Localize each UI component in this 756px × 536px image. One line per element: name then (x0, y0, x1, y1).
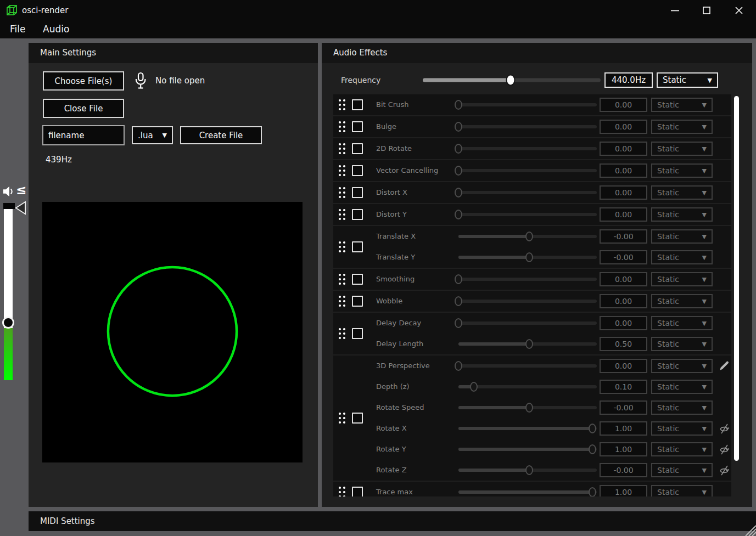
effect-value-box[interactable]: 0.00 (600, 185, 647, 200)
effect-value-box[interactable]: -0.00 (600, 229, 647, 244)
effect-slider[interactable] (458, 116, 597, 137)
drag-handle-icon[interactable] (337, 186, 347, 199)
effect-slider-thumb[interactable] (455, 210, 462, 219)
effect-slider-thumb[interactable] (525, 339, 533, 349)
effect-slider-thumb[interactable] (455, 122, 462, 132)
effect-slider-thumb[interactable] (455, 296, 462, 306)
effect-value-box[interactable]: 0.50 (600, 337, 647, 351)
effect-slider-thumb[interactable] (455, 361, 462, 371)
maximize-button[interactable] (693, 0, 720, 21)
drag-handle-icon[interactable] (337, 273, 347, 286)
effect-slider[interactable] (458, 247, 597, 268)
effect-anim-dropdown[interactable]: Static ▼ (651, 142, 713, 156)
effect-value-box[interactable]: 0.00 (600, 272, 647, 286)
drag-handle-icon[interactable] (337, 164, 347, 177)
effect-slider[interactable] (458, 418, 597, 439)
effect-value-box[interactable]: 1.00 (600, 421, 647, 436)
effect-anim-dropdown[interactable]: Static ▼ (651, 316, 713, 330)
effect-slider[interactable] (458, 376, 597, 397)
drag-handle-icon[interactable] (337, 142, 347, 155)
effect-slider-thumb[interactable] (455, 144, 462, 154)
effect-slider[interactable] (458, 204, 597, 225)
effect-value-box[interactable]: -0.00 (600, 463, 647, 477)
effect-slider[interactable] (458, 356, 597, 376)
effect-checkbox[interactable] (352, 143, 363, 154)
effect-value-box[interactable]: 0.00 (600, 207, 647, 222)
effect-slider[interactable] (458, 291, 597, 312)
effect-anim-dropdown[interactable]: Static ▼ (651, 380, 713, 394)
effect-slider[interactable] (458, 397, 597, 418)
effect-slider-thumb[interactable] (455, 318, 462, 328)
effect-checkbox[interactable] (352, 121, 363, 132)
effect-slider[interactable] (458, 138, 597, 159)
effect-checkbox[interactable] (352, 241, 363, 252)
effect-anim-dropdown[interactable]: Static ▼ (651, 442, 713, 456)
volume-slider[interactable] (4, 209, 13, 380)
effect-slider[interactable] (458, 182, 597, 203)
effect-checkbox[interactable] (352, 487, 363, 496)
frequency-slider[interactable] (423, 70, 601, 90)
effect-value-box[interactable]: 1.00 (600, 485, 647, 496)
effect-slider[interactable] (458, 334, 597, 354)
effect-slider-thumb[interactable] (525, 252, 533, 262)
effect-slider[interactable] (458, 94, 597, 115)
effect-checkbox[interactable] (352, 165, 363, 176)
effect-checkbox[interactable] (352, 413, 363, 424)
rotate-axis-icon[interactable] (718, 422, 730, 435)
effect-anim-dropdown[interactable]: Static ▼ (651, 294, 713, 308)
effects-scrollbar[interactable] (734, 96, 739, 461)
effect-checkbox[interactable] (352, 328, 363, 339)
frequency-slider-thumb[interactable] (506, 75, 516, 86)
drag-handle-icon[interactable] (337, 295, 347, 308)
effect-checkbox[interactable] (352, 187, 363, 198)
effect-value-box[interactable]: 0.00 (600, 142, 647, 156)
resize-grip[interactable] (741, 521, 756, 536)
effect-slider[interactable] (458, 439, 597, 460)
effect-slider-thumb[interactable] (525, 232, 533, 241)
drag-handle-icon[interactable] (337, 240, 347, 253)
effect-anim-dropdown[interactable]: Static ▼ (651, 207, 713, 222)
effect-anim-dropdown[interactable]: Static ▼ (651, 163, 713, 178)
drag-handle-icon[interactable] (337, 120, 347, 133)
effect-value-box[interactable]: -0.00 (600, 250, 647, 264)
effect-anim-dropdown[interactable]: Static ▼ (651, 98, 713, 112)
effect-anim-dropdown[interactable]: Static ▼ (651, 250, 713, 264)
effect-slider-thumb[interactable] (455, 188, 462, 198)
create-file-button[interactable]: Create File (180, 126, 262, 144)
effect-anim-dropdown[interactable]: Static ▼ (651, 185, 713, 200)
effect-checkbox[interactable] (352, 99, 363, 110)
frequency-anim-dropdown[interactable]: Static ▼ (657, 72, 718, 88)
drag-handle-icon[interactable] (337, 327, 347, 340)
effect-slider-thumb[interactable] (455, 274, 462, 284)
drag-handle-icon[interactable] (337, 411, 347, 425)
effect-anim-dropdown[interactable]: Static ▼ (651, 400, 713, 415)
effect-checkbox[interactable] (352, 296, 363, 307)
effect-slider[interactable] (458, 482, 597, 496)
effect-slider[interactable] (458, 160, 597, 181)
effect-checkbox[interactable] (352, 274, 363, 285)
effect-slider[interactable] (458, 269, 597, 290)
effect-slider-thumb[interactable] (455, 166, 462, 176)
effect-value-box[interactable]: 0.00 (600, 120, 647, 134)
effect-value-box[interactable]: 0.00 (600, 316, 647, 330)
effect-slider[interactable] (458, 313, 597, 334)
effect-slider[interactable] (458, 460, 597, 481)
effect-value-box[interactable]: 0.00 (600, 294, 647, 308)
choose-files-button[interactable]: Choose File(s) (43, 71, 124, 91)
effect-slider-thumb[interactable] (455, 100, 462, 110)
effect-slider[interactable] (458, 226, 597, 247)
effect-anim-dropdown[interactable]: Static ▼ (651, 272, 713, 286)
effect-value-box[interactable]: 0.00 (600, 98, 647, 112)
pencil-icon[interactable] (718, 360, 730, 372)
effect-anim-dropdown[interactable]: Static ▼ (651, 485, 713, 496)
filename-input[interactable] (42, 125, 125, 145)
menu-audio[interactable]: Audio (43, 21, 69, 38)
drag-handle-icon[interactable] (337, 208, 347, 221)
rotate-axis-icon[interactable] (718, 464, 730, 476)
menu-file[interactable]: File (10, 21, 25, 38)
close-file-button[interactable]: Close File (43, 99, 124, 118)
midi-settings-header[interactable]: MIDI Settings (29, 511, 756, 531)
effect-checkbox[interactable] (352, 209, 363, 220)
effect-slider-thumb[interactable] (525, 465, 533, 475)
extension-dropdown[interactable]: .lua ▼ (132, 126, 173, 144)
